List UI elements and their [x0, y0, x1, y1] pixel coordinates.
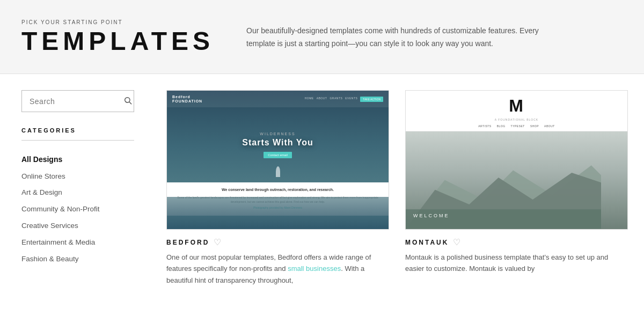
- bedford-description: One of our most popular templates, Bedfo…: [166, 252, 389, 286]
- montauk-nav-blog: Blog: [497, 124, 506, 128]
- bedford-preview: BedfordFOUNDATION HOME ABOUT GRANTS EVEN…: [167, 91, 389, 229]
- montauk-nav: Artists Blog Typeset Shop About: [413, 124, 620, 128]
- sidebar-item-all[interactable]: All Designs: [21, 151, 134, 168]
- sidebar-item-community[interactable]: Community & Non-Profit: [21, 201, 134, 218]
- search-icon[interactable]: [123, 96, 132, 106]
- montauk-nav-artists: Artists: [478, 124, 492, 128]
- montauk-nav-about: About: [544, 124, 555, 128]
- page-header: Pick your starting point Templates Our b…: [0, 0, 644, 74]
- bedford-cta: TAKE ACTION: [360, 97, 383, 102]
- montauk-welcome-text: Welcome: [413, 213, 450, 218]
- main-layout: Categories All Designs Online Stores Art…: [0, 74, 644, 315]
- bedford-nav-links: HOME ABOUT GRANTS EVENTS TAKE ACTION: [305, 97, 383, 102]
- categories-divider: [21, 140, 134, 141]
- sidebar-item-online-stores[interactable]: Online Stores: [21, 168, 134, 185]
- bedford-hero-btn: Contact email: [264, 152, 292, 158]
- montauk-preview: M a foundational block Artists Blog Type…: [406, 91, 627, 229]
- bedford-name-row: Bedford ♡: [166, 237, 389, 247]
- templates-grid: BedfordFOUNDATION HOME ABOUT GRANTS EVEN…: [156, 74, 644, 315]
- montauk-favorite-icon[interactable]: ♡: [453, 237, 460, 247]
- bedford-nav: BedfordFOUNDATION HOME ABOUT GRANTS EVEN…: [167, 91, 389, 107]
- montauk-nav-shop: Shop: [530, 124, 539, 128]
- header-left: Pick your starting point Templates: [21, 19, 214, 54]
- template-card-bedford[interactable]: BedfordFOUNDATION HOME ABOUT GRANTS EVEN…: [166, 90, 389, 286]
- montauk-description: Montauk is a polished business template …: [405, 252, 628, 275]
- bedford-nav-link: HOME: [305, 97, 314, 102]
- search-input[interactable]: [30, 97, 123, 106]
- bedford-favorite-icon[interactable]: ♡: [214, 237, 221, 247]
- bedford-thumbnail: BedfordFOUNDATION HOME ABOUT GRANTS EVEN…: [166, 90, 389, 230]
- bedford-nav-link: GRANTS: [330, 97, 342, 102]
- search-box[interactable]: [21, 90, 134, 112]
- bedford-link[interactable]: small businesses: [288, 264, 341, 273]
- sidebar-item-fashion[interactable]: Fashion & Beauty: [21, 251, 134, 268]
- page-title: Templates: [21, 28, 214, 54]
- bedford-logo: BedfordFOUNDATION: [172, 95, 202, 103]
- bedford-body-title: We conserve land through outreach, resto…: [174, 187, 381, 193]
- montauk-hero-image: Welcome: [406, 131, 627, 229]
- header-description: Our beautifully-designed templates come …: [246, 19, 547, 50]
- sidebar-item-creative[interactable]: Creative Services: [21, 218, 134, 234]
- bedford-hero: WILDERNESS Starts With You Contact email: [167, 107, 389, 182]
- template-card-montauk[interactable]: M a foundational block Artists Blog Type…: [405, 90, 628, 286]
- montauk-name-row: Montauk ♡: [405, 237, 628, 247]
- bedford-water: [167, 197, 389, 229]
- bedford-nav-link: ABOUT: [317, 97, 327, 102]
- bedford-nav-link: EVENTS: [345, 97, 357, 102]
- montauk-nav-typeset: Typeset: [511, 124, 525, 128]
- categories-label: Categories: [21, 127, 134, 134]
- bedford-eyebrow: WILDERNESS: [260, 132, 295, 136]
- montauk-tagline: a foundational block: [413, 118, 620, 121]
- svg-line-1: [129, 102, 131, 104]
- header-subtitle: Pick your starting point: [21, 19, 214, 25]
- montauk-thumbnail: M a foundational block Artists Blog Type…: [405, 90, 628, 230]
- bedford-name: Bedford: [166, 239, 209, 246]
- montauk-name: Montauk: [405, 239, 449, 246]
- sidebar-item-art-design[interactable]: Art & Design: [21, 185, 134, 201]
- montauk-logo: M: [413, 96, 620, 116]
- bedford-hero-title: Starts With You: [242, 138, 313, 148]
- montauk-header-area: M a foundational block Artists Blog Type…: [406, 91, 627, 131]
- sidebar: Categories All Designs Online Stores Art…: [0, 74, 156, 315]
- sidebar-item-entertainment[interactable]: Entertainment & Media: [21, 234, 134, 251]
- bedford-figure: [276, 166, 280, 177]
